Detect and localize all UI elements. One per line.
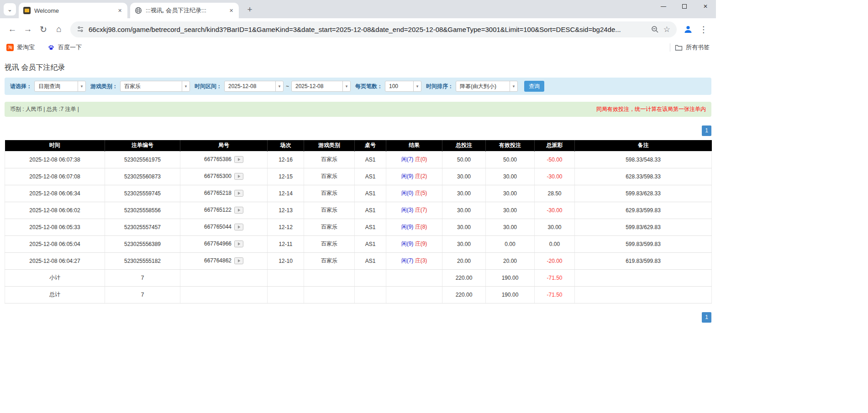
table-body: 2025-12-08 06:07:38 523025561975 6677653… (5, 151, 712, 269)
cell-total-bet[interactable]: 30.00 (442, 202, 486, 219)
page-size-value: 100 (385, 83, 413, 89)
close-tab-icon[interactable]: ✕ (227, 7, 235, 15)
menu-icon[interactable]: ⋮ (696, 21, 711, 37)
cell-round-no: 667765122 (180, 202, 268, 219)
result-banker: 庄(8) (415, 224, 427, 230)
column-header: 结果 (386, 140, 442, 151)
query-type-select[interactable]: 日期查询 ▾ (34, 81, 86, 92)
cell-game-type: 百家乐 (304, 202, 355, 219)
cell-table-no: AS1 (355, 202, 386, 219)
cell-total-bet[interactable]: 30.00 (442, 185, 486, 202)
total-total-bet: 220.00 (442, 286, 486, 303)
home-button[interactable]: ⌂ (51, 21, 67, 37)
cell-round-no: 667765044 (180, 219, 268, 235)
cell-session: 12-11 (268, 235, 304, 252)
replay-video-icon[interactable] (234, 240, 243, 247)
replay-video-icon[interactable] (234, 173, 243, 180)
bookmark-taobao[interactable]: 淘 爱淘宝 (6, 43, 35, 52)
cell-table-no: AS1 (355, 235, 386, 252)
cell-game-type: 百家乐 (304, 235, 355, 252)
total-payout: -71.50 (535, 286, 575, 303)
column-header: 场次 (268, 140, 304, 151)
cell-time: 2025-12-08 06:06:02 (5, 202, 105, 219)
page-size-select[interactable]: 100 ▾ (385, 81, 421, 92)
bookmark-label: 百度一下 (58, 43, 82, 52)
table-row: 2025-12-08 06:07:08 523025560873 6677653… (5, 168, 712, 185)
browser-window: ⌄ Welcome ✕ :::视讯, 会员下注纪录::: ✕ + — ✕ (0, 0, 716, 323)
close-window-button[interactable]: ✕ (701, 2, 710, 10)
cell-total-bet[interactable]: 30.00 (442, 168, 486, 185)
cell-payout: 30.00 (535, 219, 575, 235)
subtotal-payout: -71.50 (535, 269, 575, 286)
result-player: 闲(3) (401, 207, 414, 213)
zoom-icon[interactable] (651, 26, 659, 33)
cell-valid-bet: 30.00 (486, 185, 535, 202)
tab-welcome[interactable]: Welcome ✕ (19, 3, 127, 18)
column-header: 总派彩 (535, 140, 575, 151)
round-number: 667764862 (204, 257, 231, 264)
cell-session: 12-14 (268, 185, 304, 202)
page-1-button[interactable]: 1 (702, 312, 711, 323)
site-settings-icon[interactable] (77, 26, 84, 33)
cell-result: 闲(9) 庄(2) (386, 168, 442, 185)
page-title: 视讯 会员下注纪录 (5, 63, 711, 72)
replay-video-icon[interactable] (234, 207, 243, 214)
cell-total-bet[interactable]: 20.00 (442, 252, 486, 269)
bookmark-baidu[interactable]: 百度一下 (47, 43, 82, 52)
column-header: 游戏类别 (304, 140, 355, 151)
replay-video-icon[interactable] (234, 190, 243, 197)
tab-strip: ⌄ Welcome ✕ :::视讯, 会员下注纪录::: ✕ + — ✕ (0, 0, 716, 18)
table-row: 2025-12-08 06:05:33 523025557457 6677650… (5, 219, 712, 235)
round-number: 667765300 (204, 173, 231, 179)
cell-round-no: 667765218 (180, 185, 268, 202)
total-valid-bet: 190.00 (486, 286, 535, 303)
column-header: 总投注 (442, 140, 486, 151)
round-number: 667765044 (204, 224, 231, 230)
sort-select[interactable]: 降幂(由大到小) ▾ (456, 81, 518, 92)
bookmark-star-icon[interactable]: ☆ (663, 25, 670, 34)
tab-title: :::视讯, 会员下注纪录::: (146, 6, 224, 15)
cell-game-type: 百家乐 (304, 151, 355, 168)
cell-game-type: 百家乐 (304, 219, 355, 235)
maximize-button[interactable] (680, 2, 689, 10)
all-bookmarks-button[interactable]: 所有书签 (675, 43, 710, 52)
date-start-input[interactable]: 2025-12-08 ▾ (224, 81, 284, 92)
result-banker: 庄(5) (415, 190, 427, 196)
date-end-input[interactable]: 2025-12-08 ▾ (291, 81, 351, 92)
profile-avatar[interactable] (680, 21, 696, 37)
summary-bar: 币别 : 人民币 | 总共 :7 注单 | 同局有效投注，统一计算在该局第一张注… (5, 102, 711, 117)
cell-session: 12-16 (268, 151, 304, 168)
result-banker: 庄(7) (415, 207, 427, 213)
close-tab-icon[interactable]: ✕ (116, 7, 124, 15)
cell-bet-no: 523025561975 (105, 151, 180, 168)
address-bar[interactable]: 66cxkj98.com/game/betrecord_search/kind3… (70, 21, 677, 37)
forward-button[interactable]: → (20, 21, 36, 37)
minimize-button[interactable]: — (659, 2, 668, 10)
new-tab-button[interactable]: + (243, 3, 256, 16)
refresh-button[interactable]: ↻ (36, 21, 51, 37)
table-footer: 小计 7 220.00 190.00 -71.50 总计 7 220.00 19… (5, 269, 712, 303)
tab-bet-records[interactable]: :::视讯, 会员下注纪录::: ✕ (130, 3, 239, 18)
back-button[interactable]: ← (5, 21, 20, 37)
sort-value: 降幂(由大到小) (456, 83, 510, 90)
replay-video-icon[interactable] (234, 257, 243, 264)
tab-search-button[interactable]: ⌄ (4, 3, 16, 16)
page-1-button[interactable]: 1 (702, 125, 711, 136)
cell-total-bet[interactable]: 30.00 (442, 235, 486, 252)
replay-video-icon[interactable] (234, 224, 243, 230)
search-button[interactable]: 查询 (524, 81, 544, 92)
game-type-select[interactable]: 百家乐 ▾ (120, 81, 190, 92)
cell-valid-bet: 30.00 (486, 219, 535, 235)
cell-note: 599.83/599.83 (575, 235, 712, 252)
cell-payout: -30.00 (535, 202, 575, 219)
cell-table-no: AS1 (355, 252, 386, 269)
cell-total-bet[interactable]: 30.00 (442, 219, 486, 235)
filter-bar: 请选择： 日期查询 ▾ 游戏类别： 百家乐 ▾ 时间区间： 2025-12-08… (5, 78, 711, 95)
round-number: 667764966 (204, 240, 231, 247)
url-text[interactable]: 66cxkj98.com/game/betrecord_search/kind3… (89, 26, 647, 33)
replay-video-icon[interactable] (234, 156, 243, 163)
cell-round-no: 667764862 (180, 252, 268, 269)
chevron-down-icon: ▾ (182, 81, 189, 91)
chevron-down-icon: ▾ (275, 81, 283, 91)
cell-total-bet[interactable]: 50.00 (442, 151, 486, 168)
